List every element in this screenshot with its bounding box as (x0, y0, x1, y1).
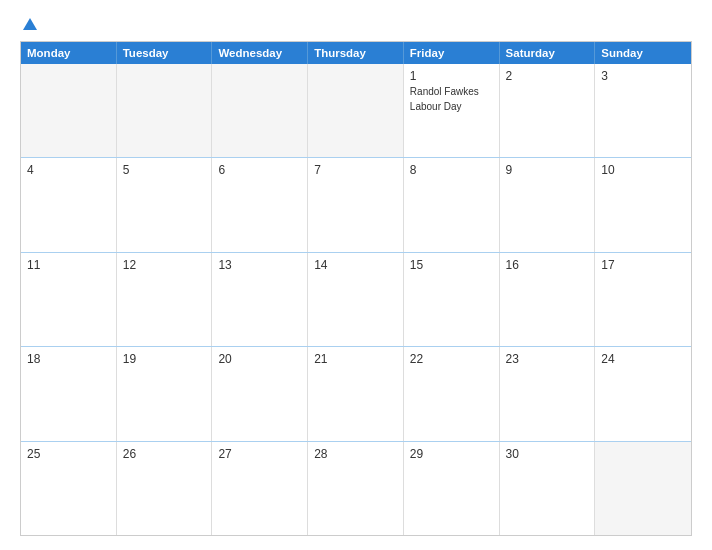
calendar-cell: 26 (117, 442, 213, 535)
day-number: 16 (506, 258, 589, 272)
calendar-cell: 5 (117, 158, 213, 251)
day-number: 19 (123, 352, 206, 366)
calendar-cell: 25 (21, 442, 117, 535)
weekday-header-sunday: Sunday (595, 42, 691, 64)
calendar-cell: 28 (308, 442, 404, 535)
weekday-header-tuesday: Tuesday (117, 42, 213, 64)
calendar-event: Randol Fawkes (410, 85, 493, 98)
day-number: 21 (314, 352, 397, 366)
calendar-cell (117, 64, 213, 157)
day-number: 5 (123, 163, 206, 177)
day-number: 6 (218, 163, 301, 177)
calendar-cell: 4 (21, 158, 117, 251)
day-number: 9 (506, 163, 589, 177)
calendar-cell (21, 64, 117, 157)
calendar-cell (595, 442, 691, 535)
calendar-cell: 19 (117, 347, 213, 440)
calendar-row-4: 18192021222324 (21, 347, 691, 441)
calendar-cell: 17 (595, 253, 691, 346)
calendar-cell: 9 (500, 158, 596, 251)
logo (20, 18, 37, 31)
calendar-cell (212, 64, 308, 157)
calendar-cell: 11 (21, 253, 117, 346)
calendar-cell: 14 (308, 253, 404, 346)
day-number: 26 (123, 447, 206, 461)
day-number: 29 (410, 447, 493, 461)
calendar-cell: 27 (212, 442, 308, 535)
calendar-cell: 3 (595, 64, 691, 157)
day-number: 10 (601, 163, 685, 177)
calendar-grid: MondayTuesdayWednesdayThursdayFridaySatu… (20, 41, 692, 536)
day-number: 25 (27, 447, 110, 461)
day-number: 11 (27, 258, 110, 272)
calendar-cell: 30 (500, 442, 596, 535)
day-number: 30 (506, 447, 589, 461)
day-number: 24 (601, 352, 685, 366)
day-number: 14 (314, 258, 397, 272)
calendar-row-2: 45678910 (21, 158, 691, 252)
calendar-cell: 2 (500, 64, 596, 157)
calendar-body: 1Randol FawkesLabour Day2345678910111213… (21, 64, 691, 535)
calendar-header: MondayTuesdayWednesdayThursdayFridaySatu… (21, 42, 691, 64)
day-number: 8 (410, 163, 493, 177)
day-number: 27 (218, 447, 301, 461)
calendar-row-3: 11121314151617 (21, 253, 691, 347)
header (20, 18, 692, 31)
day-number: 2 (506, 69, 589, 83)
calendar-cell: 18 (21, 347, 117, 440)
calendar-cell: 8 (404, 158, 500, 251)
calendar-cell: 23 (500, 347, 596, 440)
calendar-row-5: 252627282930 (21, 442, 691, 535)
weekday-header-thursday: Thursday (308, 42, 404, 64)
calendar-page: MondayTuesdayWednesdayThursdayFridaySatu… (0, 0, 712, 550)
day-number: 7 (314, 163, 397, 177)
calendar-cell: 22 (404, 347, 500, 440)
day-number: 15 (410, 258, 493, 272)
calendar-event: Labour Day (410, 100, 493, 113)
calendar-cell: 20 (212, 347, 308, 440)
calendar-cell: 6 (212, 158, 308, 251)
calendar-cell: 24 (595, 347, 691, 440)
weekday-header-saturday: Saturday (500, 42, 596, 64)
calendar-cell: 21 (308, 347, 404, 440)
calendar-cell: 16 (500, 253, 596, 346)
logo-triangle-icon (23, 18, 37, 30)
weekday-header-wednesday: Wednesday (212, 42, 308, 64)
calendar-cell: 15 (404, 253, 500, 346)
day-number: 20 (218, 352, 301, 366)
calendar-cell: 10 (595, 158, 691, 251)
day-number: 4 (27, 163, 110, 177)
calendar-row-1: 1Randol FawkesLabour Day23 (21, 64, 691, 158)
weekday-header-friday: Friday (404, 42, 500, 64)
calendar-cell (308, 64, 404, 157)
day-number: 13 (218, 258, 301, 272)
day-number: 3 (601, 69, 685, 83)
day-number: 22 (410, 352, 493, 366)
calendar-cell: 12 (117, 253, 213, 346)
day-number: 1 (410, 69, 493, 83)
day-number: 28 (314, 447, 397, 461)
calendar-cell: 13 (212, 253, 308, 346)
day-number: 12 (123, 258, 206, 272)
day-number: 23 (506, 352, 589, 366)
weekday-header-monday: Monday (21, 42, 117, 64)
calendar-cell: 29 (404, 442, 500, 535)
day-number: 18 (27, 352, 110, 366)
day-number: 17 (601, 258, 685, 272)
calendar-cell: 1Randol FawkesLabour Day (404, 64, 500, 157)
calendar-cell: 7 (308, 158, 404, 251)
